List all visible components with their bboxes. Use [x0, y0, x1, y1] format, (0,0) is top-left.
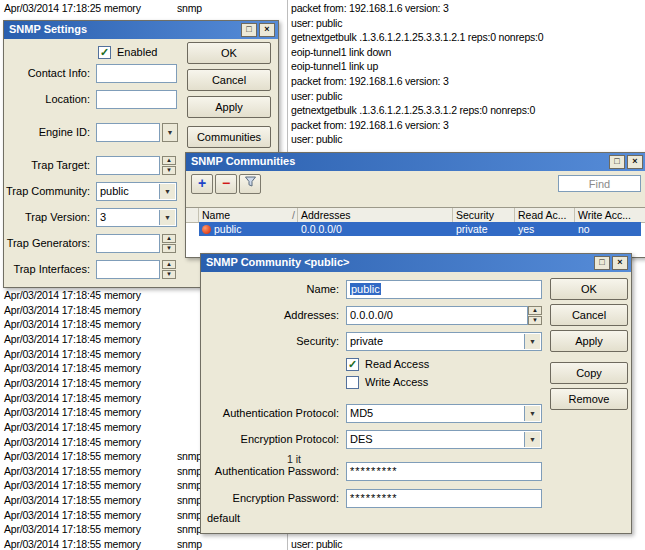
community-write-access-cell: no: [575, 222, 641, 236]
rollup-icon[interactable]: □: [241, 23, 257, 37]
write-access-checkbox[interactable]: [346, 376, 359, 389]
encr-protocol-combo[interactable]: DES ▼: [346, 430, 542, 449]
funnel-icon: [244, 175, 257, 191]
contact-info-field[interactable]: [96, 64, 177, 83]
trap-version-combo[interactable]: 3 ▼: [96, 208, 177, 227]
name-field[interactable]: public: [346, 280, 542, 299]
log-time: Apr/03/2014 17:18:55: [4, 450, 101, 462]
log-message[interactable]: packet from: 192.168.1.6 version: 3: [291, 119, 449, 131]
log-time: Apr/03/2014 17:18:45: [4, 406, 101, 418]
trap-target-stepper[interactable]: ▲ ▼: [162, 156, 176, 175]
read-access-column-header[interactable]: Read Ac...: [515, 208, 575, 222]
log-time: Apr/03/2014 17:18:55: [4, 523, 101, 535]
cancel-button[interactable]: Cancel: [550, 304, 628, 326]
addresses-stepper[interactable]: ▲ ▼: [528, 306, 542, 325]
auth-protocol-label: Authentication Protocol:: [201, 404, 339, 423]
snmp-settings-title: SNMP Settings: [9, 23, 87, 35]
security-column-header[interactable]: Security: [453, 208, 515, 222]
log-message[interactable]: eoip-tunnel1 link down: [291, 46, 391, 58]
close-icon[interactable]: ×: [627, 155, 643, 169]
down-arrow-icon[interactable]: ▼: [162, 244, 176, 253]
down-arrow-icon[interactable]: ▼: [528, 316, 542, 325]
log-buffer: memory: [104, 494, 141, 506]
down-arrow-icon[interactable]: ▼: [162, 166, 176, 175]
dropdown-icon[interactable]: ▼: [159, 184, 175, 199]
community-table-row[interactable]: public 0.0.0.0/0 private yes no: [199, 222, 641, 236]
up-arrow-icon[interactable]: ▲: [162, 234, 176, 243]
filter-button[interactable]: [239, 174, 261, 194]
ok-button[interactable]: OK: [550, 278, 628, 300]
rollup-icon[interactable]: □: [594, 256, 610, 270]
log-buffer: memory: [104, 362, 141, 374]
engine-id-dropdown-icon[interactable]: ▼: [162, 123, 178, 142]
down-arrow-icon[interactable]: ▼: [162, 270, 176, 279]
engine-id-field[interactable]: [96, 123, 160, 142]
up-arrow-icon[interactable]: ▲: [162, 156, 176, 165]
snmp-community-dialog: SNMP Community <public> □ × Name: public…: [200, 253, 632, 534]
enabled-checkbox[interactable]: ✓: [98, 46, 111, 59]
snmp-community-titlebar[interactable]: SNMP Community <public> □ ×: [201, 254, 631, 272]
cancel-button[interactable]: Cancel: [187, 69, 271, 91]
log-message[interactable]: packet from: 192.168.1.6 version: 3: [291, 75, 449, 87]
find-input[interactable]: Find: [558, 175, 641, 192]
trap-generators-stepper[interactable]: ▲ ▼: [162, 234, 176, 253]
add-button[interactable]: +: [191, 174, 213, 194]
encr-password-field[interactable]: *********: [346, 489, 542, 508]
log-message[interactable]: user: public: [291, 538, 342, 550]
copy-button[interactable]: Copy: [550, 362, 628, 384]
auth-protocol-combo[interactable]: MD5 ▼: [346, 404, 542, 423]
remove-button[interactable]: −: [215, 174, 237, 194]
log-message[interactable]: getnextgetbulk .1.3.6.1.2.1.25.3.3.1.2 r…: [291, 104, 535, 116]
dropdown-icon[interactable]: ▼: [524, 406, 540, 421]
rollup-icon[interactable]: □: [609, 155, 625, 169]
up-arrow-icon[interactable]: ▲: [162, 260, 176, 269]
trap-target-field[interactable]: [96, 156, 160, 175]
communities-button[interactable]: Communities: [187, 126, 271, 148]
security-combo[interactable]: private ▼: [346, 332, 542, 351]
name-column-header[interactable]: Name /: [199, 208, 298, 222]
log-message[interactable]: eoip-tunnel1 link up: [291, 60, 378, 72]
log-message[interactable]: user: public: [291, 90, 342, 102]
snmp-settings-titlebar[interactable]: SNMP Settings □ ×: [4, 21, 278, 39]
close-icon[interactable]: ×: [612, 256, 628, 270]
snmp-communities-window: SNMP Communities □ × + − Find Name / Add…: [185, 152, 645, 258]
log-time: Apr/03/2014 17:18:45: [4, 348, 101, 360]
trap-interfaces-field[interactable]: [96, 260, 160, 279]
marker-column-header[interactable]: [186, 208, 199, 222]
log-message[interactable]: getnextgetbulk .1.3.6.1.2.1.25.3.3.1.2.1…: [291, 31, 543, 43]
security-value: private: [350, 335, 383, 347]
community-security-cell: private: [453, 222, 515, 236]
trap-community-combo[interactable]: public ▼: [96, 182, 177, 201]
log-message[interactable]: user: public: [291, 133, 342, 145]
log-message[interactable]: packet from: 192.168.1.6 version: 3: [291, 2, 449, 14]
apply-button[interactable]: Apply: [187, 96, 271, 118]
dropdown-icon[interactable]: ▼: [524, 432, 540, 447]
log-buffer: memory: [104, 479, 141, 491]
read-access-checkbox[interactable]: ✓: [346, 358, 359, 371]
trap-generators-field[interactable]: [96, 234, 160, 253]
dialog-status-text: default: [207, 512, 240, 524]
addresses-column-header[interactable]: Addresses: [298, 208, 453, 222]
dropdown-icon[interactable]: ▼: [159, 210, 175, 225]
log-buffer: memory: [104, 523, 141, 535]
log-buffer: memory: [104, 304, 141, 316]
location-field[interactable]: [96, 90, 177, 109]
community-addresses-cell: 0.0.0.0/0: [298, 222, 453, 236]
communities-table-header[interactable]: Name / Addresses Security Read Ac... Wri…: [186, 208, 645, 223]
dropdown-icon[interactable]: ▼: [524, 334, 540, 349]
auth-password-field[interactable]: *********: [346, 462, 542, 481]
snmp-communities-titlebar[interactable]: SNMP Communities □ ×: [186, 153, 645, 171]
apply-button[interactable]: Apply: [550, 330, 628, 352]
close-icon[interactable]: ×: [259, 23, 275, 37]
ok-button[interactable]: OK: [187, 42, 271, 64]
addresses-field[interactable]: 0.0.0.0/0: [346, 306, 528, 325]
log-message[interactable]: user: public: [291, 17, 342, 29]
write-access-column-header[interactable]: Write Acc...: [575, 208, 641, 222]
name-label: Name:: [201, 280, 339, 299]
remove-button[interactable]: Remove: [550, 388, 628, 410]
log-row[interactable]: Apr/03/2014 17:18:25 memory snmp: [4, 2, 284, 16]
log-row[interactable]: Apr/03/2014 17:18:55memorysnmp: [4, 538, 284, 550]
up-arrow-icon[interactable]: ▲: [528, 306, 542, 315]
snmp-communities-title: SNMP Communities: [191, 155, 295, 167]
trap-interfaces-stepper[interactable]: ▲ ▼: [162, 260, 176, 279]
